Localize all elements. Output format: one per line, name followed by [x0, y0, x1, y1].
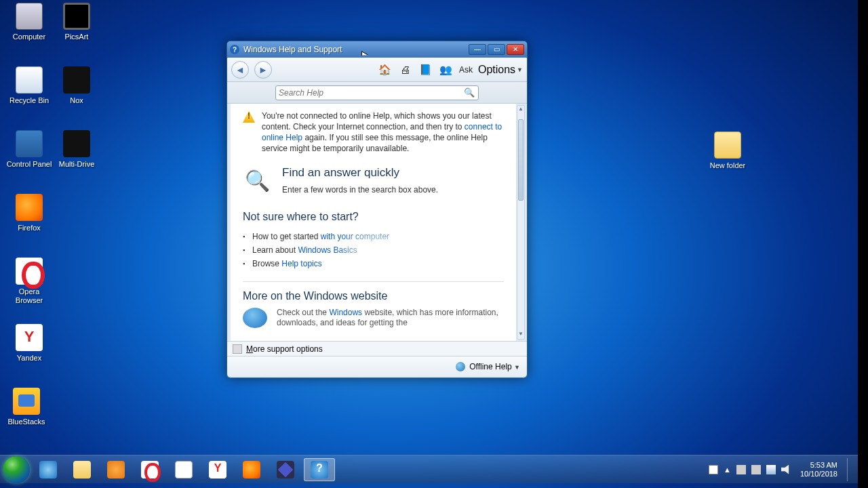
opera-icon-desktop[interactable]: Opera Browser: [5, 258, 53, 305]
taskbar-yandex[interactable]: [202, 458, 233, 481]
taskbar-notepad[interactable]: [168, 458, 199, 481]
multidrive-icon-desktop[interactable]: Multi-Drive: [53, 130, 100, 169]
firefox-icon: [243, 461, 260, 479]
firefox-label: Firefox: [5, 224, 53, 232]
wmp-icon: [107, 461, 125, 479]
search-box: 🔍: [275, 85, 479, 100]
minimize-button[interactable]: —: [469, 44, 486, 55]
start-button[interactable]: [3, 456, 30, 483]
more-windows-section: More on the Windows website Check out th…: [243, 290, 504, 328]
help-topics-link[interactable]: Help topics: [281, 259, 321, 268]
close-button[interactable]: ✕: [507, 44, 524, 55]
more-heading: More on the Windows website: [243, 290, 504, 302]
firefox-icon-desktop[interactable]: Firefox: [5, 194, 53, 232]
ie-icon: [39, 461, 57, 479]
scroll-down-icon[interactable]: ▼: [517, 331, 524, 339]
clock[interactable]: 5:53 AM 10/10/2018: [800, 461, 837, 479]
list-item: Learn about Windows Basics: [252, 243, 504, 257]
action-center-icon[interactable]: [709, 465, 718, 474]
options-label: Options: [478, 64, 515, 76]
nox-icon: [277, 461, 294, 479]
tray-icon[interactable]: [751, 465, 761, 474]
ask-icon[interactable]: 👥: [439, 62, 454, 77]
offline-help-button[interactable]: Offline Help ▼: [469, 362, 520, 371]
system-tray: ▲ 5:53 AM 10/10/2018: [709, 458, 855, 481]
computer-icon-desktop[interactable]: Computer: [5, 3, 53, 41]
multi-label: Multi-Drive: [53, 160, 100, 169]
taskbar-firefox[interactable]: [236, 458, 267, 481]
yandex-label: Yandex: [5, 354, 53, 363]
picsart-label: PicsArt: [53, 33, 100, 41]
footer-status: Offline Help ▼: [227, 356, 527, 376]
opera-icon: [141, 461, 159, 479]
help-window: ? Windows Help and Support — ▭ ✕ ◄ ► 🏠 🖨…: [226, 41, 528, 378]
recycle-bin-icon-desktop[interactable]: Recycle Bin: [5, 66, 53, 105]
not-sure-section: Not sure where to start? How to get star…: [243, 211, 504, 270]
new-folder-icon-desktop[interactable]: New folder: [704, 131, 751, 170]
find-heading: Find an answer quickly: [282, 166, 438, 180]
chevron-down-icon: ▼: [517, 66, 523, 73]
taskbar-wmp[interactable]: [100, 458, 132, 481]
help-icon: [311, 461, 328, 479]
search-bar: 🔍: [227, 82, 527, 104]
cpanel-label: Control Panel: [5, 160, 53, 169]
bluestacks-icon-desktop[interactable]: BlueStacks: [3, 388, 50, 426]
home-icon[interactable]: 🏠: [378, 62, 393, 77]
find-sub: Enter a few words in the search box abov…: [282, 185, 438, 195]
folder-icon: [73, 461, 91, 479]
warning-banner: You're not connected to online Help, whi…: [243, 110, 504, 154]
scrollbar[interactable]: ▲ ▼: [517, 105, 525, 340]
maximize-button[interactable]: ▭: [488, 44, 505, 55]
globe-icon: [243, 308, 267, 328]
search-icon[interactable]: 🔍: [463, 87, 475, 99]
search-input[interactable]: [279, 88, 463, 98]
time-text: 5:53 AM: [800, 461, 837, 470]
show-desktop-button[interactable]: [847, 458, 855, 481]
taskbar-nox[interactable]: [270, 458, 301, 481]
forward-button[interactable]: ►: [254, 61, 272, 79]
window-title: Windows Help and Support: [243, 45, 342, 54]
ask-button[interactable]: Ask: [459, 65, 473, 75]
more-support-link[interactable]: More support options: [246, 344, 323, 354]
back-button[interactable]: ◄: [231, 61, 249, 79]
chevron-down-icon: ▼: [514, 364, 520, 371]
control-panel-icon-desktop[interactable]: Control Panel: [5, 130, 53, 169]
taskbar-explorer[interactable]: [66, 458, 98, 481]
getting-started-link[interactable]: with your computer: [321, 232, 389, 241]
desktop[interactable]: Computer PicsArt Recycle Bin Nox Control…: [0, 0, 868, 488]
print-icon[interactable]: 🖨: [398, 62, 413, 77]
list-item: How to get started with your computer: [252, 230, 504, 243]
nox-label: Nox: [53, 96, 100, 105]
network-icon[interactable]: [766, 465, 776, 474]
windows-website-link[interactable]: Windows: [329, 308, 362, 317]
bluestacks-label: BlueStacks: [3, 418, 50, 426]
titlebar[interactable]: ? Windows Help and Support — ▭ ✕: [227, 41, 527, 58]
warning-text: You're not connected to online Help, whi…: [262, 110, 504, 154]
help-icon: ?: [230, 45, 239, 54]
find-answer-section: 🔍 Find an answer quickly Enter a few wor…: [243, 166, 504, 195]
start-heading: Not sure where to start?: [243, 211, 504, 223]
volume-icon[interactable]: [781, 465, 791, 474]
footer-support: More support options: [227, 341, 527, 356]
taskbar-ie[interactable]: [33, 458, 64, 481]
scroll-thumb[interactable]: [518, 119, 524, 201]
browse-help-icon[interactable]: 📘: [418, 62, 433, 77]
scroll-up-icon[interactable]: ▲: [517, 106, 524, 114]
yandex-icon: [209, 461, 226, 479]
show-hidden-icons[interactable]: ▲: [724, 466, 731, 474]
computer-label: Computer: [5, 33, 53, 41]
toolbar: ◄ ► 🏠 🖨 📘 👥 Ask Options ▼: [227, 58, 527, 82]
taskbar-opera[interactable]: [134, 458, 165, 481]
picsart-icon-desktop[interactable]: PicsArt: [53, 3, 100, 41]
yandex-icon-desktop[interactable]: Yandex: [5, 324, 53, 363]
support-icon: [233, 344, 242, 354]
newfolder-label: New folder: [704, 161, 751, 170]
nox-icon-desktop[interactable]: Nox: [53, 66, 100, 105]
options-button[interactable]: Options ▼: [478, 64, 523, 76]
list-item: Browse Help topics: [252, 257, 504, 270]
content-pane: You're not connected to online Help, whi…: [231, 104, 516, 341]
date-text: 10/10/2018: [800, 470, 837, 479]
windows-basics-link[interactable]: Windows Basics: [298, 245, 357, 255]
tray-icon[interactable]: [736, 465, 746, 474]
taskbar-help[interactable]: [304, 458, 335, 481]
